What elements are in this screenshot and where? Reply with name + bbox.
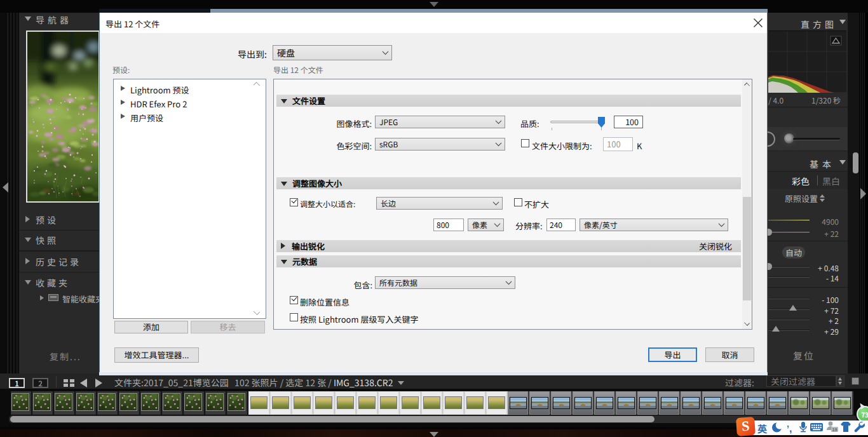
svg-text:19: 19 <box>832 427 837 432</box>
